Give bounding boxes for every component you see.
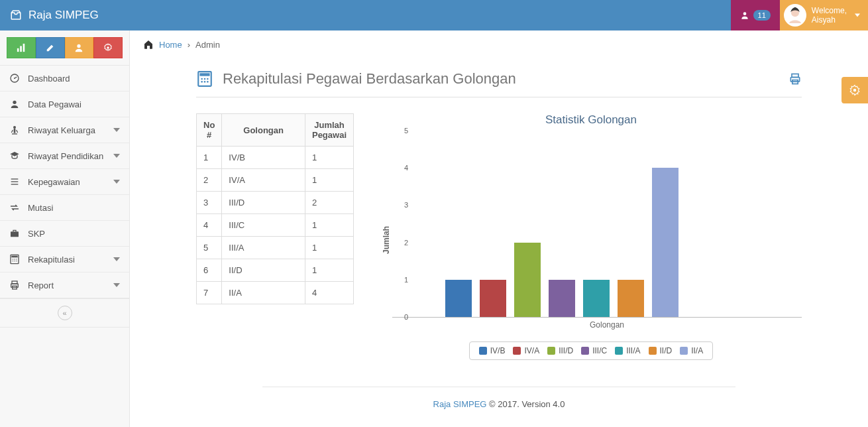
sidebar-item-skp[interactable]: SKP [0,221,129,247]
svg-point-35 [201,81,203,83]
svg-point-24 [14,261,15,261]
sidebar-item-riwayat-pendidikan[interactable]: Riwayat Pendidikan [0,143,129,169]
table-row: 3III/D2 [197,192,354,214]
table-row: 6II/D1 [197,259,354,282]
golongan-chart: Statistik Golongan Jumlah 012345 Golonga… [380,113,802,360]
footer-brand[interactable]: Raja SIMPEG [433,399,487,409]
sidebar-item-label: Data Pegawai [28,99,81,109]
footer-text: © 2017. Version 4.0 [486,399,565,409]
home-icon [143,39,154,50]
legend-item[interactable]: IV/A [513,346,539,355]
chart-bar[interactable] [480,280,506,317]
legend-label: III/D [559,346,573,355]
svg-point-32 [201,78,203,80]
sidebar-item-label: Rekapitulasi [28,255,75,265]
chart-xlabel: Golongan [412,320,802,330]
settings-float-button[interactable] [841,77,868,103]
chart-bar[interactable] [583,280,610,317]
user-icon [740,11,749,20]
sidebar-item-label: Riwayat Keluarga [28,125,95,135]
quick-stats-button[interactable] [7,37,36,58]
quick-user-button[interactable] [65,37,94,58]
sidebar-item-riwayat-keluarga[interactable]: Riwayat Keluarga [0,117,129,143]
calculator-icon [196,70,213,88]
main-area: Home › Admin Rekapitulasi Pegawai Berdas… [130,30,868,427]
legend-swatch [547,347,555,355]
caret-down-icon [855,13,860,18]
page-title: Rekapitulasi Pegawai Berdasarkan Golonga… [223,70,516,88]
svg-point-29 [853,89,857,92]
footer: Raja SIMPEG © 2017. Version 4.0 [262,387,735,421]
legend-item[interactable]: III/A [615,346,640,355]
sidebar-item-label: SKP [28,229,45,239]
svg-rect-12 [14,129,16,133]
svg-point-23 [13,261,13,261]
legend-label: III/A [626,346,640,355]
legend-item[interactable]: IV/B [479,346,506,355]
brand[interactable]: Raja SIMPEG [0,9,109,22]
legend-swatch [615,347,623,355]
legend-label: IV/B [490,346,506,355]
svg-point-9 [14,78,15,79]
quick-edit-button[interactable] [36,37,65,58]
legend-label: II/D [660,346,673,355]
chart-bar[interactable] [652,168,678,317]
legend-item[interactable]: III/D [547,346,573,355]
chart-legend: IV/BIV/AIII/DIII/CIII/AII/DII/A [469,341,713,360]
chart-title: Statistik Golongan [380,113,802,127]
sidebar-item-kepegawaian[interactable]: Kepegawaian [0,169,129,195]
legend-swatch [649,347,657,355]
svg-point-34 [207,78,209,80]
sidebar-icon [9,176,23,187]
sidebar-collapse-button[interactable]: « [0,298,129,328]
legend-swatch [581,347,589,355]
legend-item[interactable]: II/D [649,346,673,355]
svg-point-6 [78,44,81,48]
chart-bar[interactable] [549,280,575,317]
svg-point-22 [16,259,17,259]
sidebar-item-label: Riwayat Pendidikan [28,151,103,161]
golongan-table: No # Golongan Jumlah Pegawai 1IV/B12IV/A… [196,113,354,304]
sidebar-item-label: Kepegawaian [28,177,80,187]
sidebar-item-mutasi[interactable]: Mutasi [0,195,129,221]
svg-point-37 [207,81,209,83]
sidebar-icon [9,228,23,239]
print-button[interactable] [788,72,802,86]
legend-item[interactable]: III/C [581,346,607,355]
user-name: Aisyah [812,15,847,25]
svg-rect-19 [11,256,17,258]
notification-button[interactable]: 11 [731,0,780,30]
sidebar-item-label: Report [28,280,54,290]
legend-swatch [680,347,688,355]
welcome-label: Welcome, [812,6,847,15]
brand-text: Raja SIMPEG [28,9,99,22]
table-row: 7II/A4 [197,282,354,304]
svg-rect-13 [12,133,17,134]
legend-item[interactable]: II/A [680,346,703,355]
sidebar-item-dashboard[interactable]: Dashboard [0,66,129,91]
sidebar-item-label: Mutasi [28,203,53,213]
breadcrumb: Home › Admin [130,30,868,58]
legend-label: III/C [592,346,607,355]
svg-point-10 [13,101,16,104]
chart-bar[interactable] [445,280,472,317]
chevron-down-icon [113,178,120,185]
breadcrumb-current: Admin [195,40,220,50]
table-row: 2IV/A1 [197,169,354,192]
sidebar-item-data-pegawai[interactable]: Data Pegawai [0,91,129,117]
breadcrumb-home[interactable]: Home [159,40,182,50]
chevron-down-icon [113,152,120,159]
svg-point-20 [13,259,13,259]
svg-rect-4 [20,46,22,52]
th-golongan: Golongan [222,114,305,147]
th-no: No # [197,114,222,147]
sidebar-item-report[interactable]: Report [0,273,129,298]
chart-bar[interactable] [618,280,644,317]
quick-settings-button[interactable] [93,37,123,58]
sidebar-item-rekapitulasi[interactable]: Rekapitulasi [0,247,129,273]
sidebar-icon [9,99,23,109]
user-menu[interactable]: Welcome, Aisyah [780,0,868,30]
legend-label: II/A [691,346,703,355]
chart-bar[interactable] [514,243,541,317]
svg-rect-17 [11,231,19,237]
